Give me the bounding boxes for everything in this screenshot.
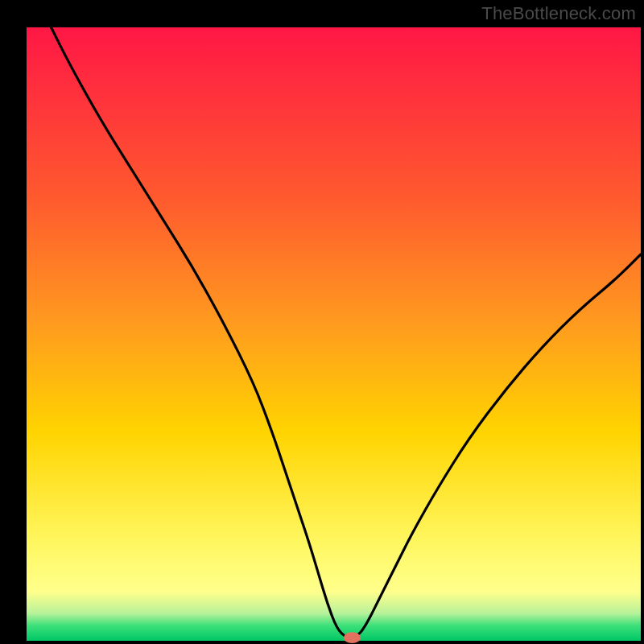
bottleneck-chart (0, 0, 644, 644)
plot-background (27, 27, 641, 641)
watermark-label: TheBottleneck.com (481, 3, 636, 24)
chart-container: TheBottleneck.com (0, 0, 644, 644)
optimum-marker (344, 632, 361, 643)
